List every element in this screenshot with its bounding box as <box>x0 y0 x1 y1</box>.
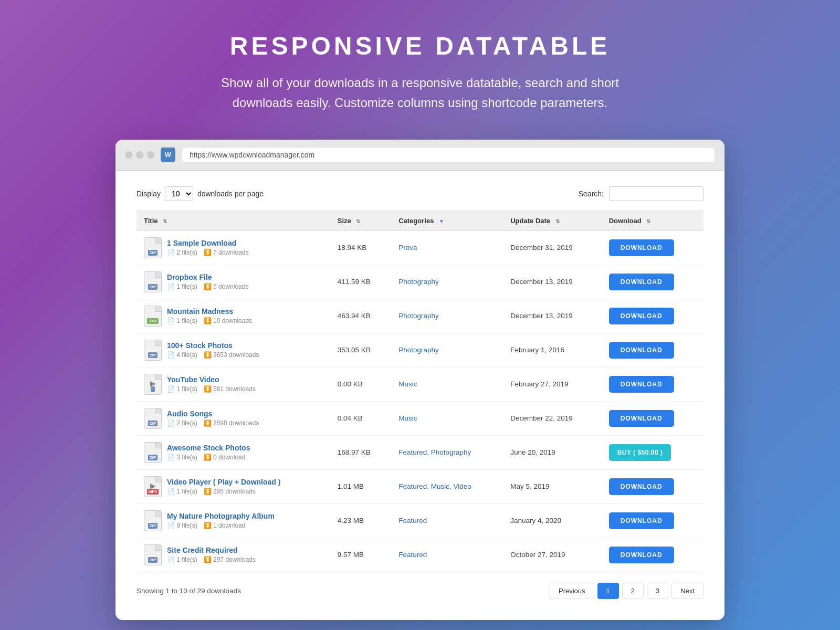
category-link[interactable]: Photography <box>398 312 439 320</box>
download-button[interactable]: DOWNLOAD <box>609 376 674 393</box>
file-icon: TXT <box>144 306 162 327</box>
download-button[interactable]: DOWNLOAD <box>609 512 674 529</box>
file-type-label: ZIP <box>148 284 158 290</box>
file-title-link[interactable]: My Nature Photography Album <box>167 512 275 520</box>
category-link[interactable]: Photography <box>431 448 471 456</box>
page-title: RESPONSIVE DATATABLE <box>230 32 610 60</box>
file-title-link[interactable]: Mountain Madness <box>167 307 252 316</box>
table-row: ZIP Audio Songs 📄 2 file(s) ⏬ 2598 downl… <box>136 401 704 435</box>
category-link[interactable]: Photography <box>398 278 439 286</box>
categories-cell: Featured, Photography <box>391 435 503 469</box>
file-meta: 📄 2 file(s) ⏬ 7 downloads <box>167 249 248 256</box>
file-title-link[interactable]: Site Credit Required <box>167 546 256 554</box>
prev-button[interactable]: Previous <box>550 583 594 599</box>
date-cell: January 4, 2020 <box>503 503 601 538</box>
download-count: ⏬ 2598 downloads <box>204 419 259 427</box>
categories-cell: Featured <box>391 503 503 538</box>
sort-size: ⇅ <box>356 218 360 224</box>
table-row: ▶MP4 Video Player ( Play + Download ) 📄 … <box>136 469 704 503</box>
date-cell: December 31, 2019 <box>503 230 601 265</box>
file-title-link[interactable]: YouTube Video <box>167 375 256 384</box>
size-cell: 353.05 KB <box>330 333 391 367</box>
file-type-label: ZIP <box>148 352 158 358</box>
category-link[interactable]: Prova <box>398 244 417 251</box>
title-cell: ▶ YouTube Video 📄 1 file(s) ⏬ 561 downlo… <box>136 367 330 401</box>
sort-date: ⇅ <box>555 218 560 224</box>
table-row: ZIP Site Credit Required 📄 1 file(s) ⏬ 2… <box>136 538 704 572</box>
next-button[interactable]: Next <box>671 583 704 599</box>
file-info: Dropbox File 📄 1 file(s) ⏬ 5 downloads <box>167 273 248 290</box>
search-control: Search: <box>579 186 704 201</box>
file-icon: ZIP <box>144 340 162 361</box>
file-icon: ZIP <box>144 237 162 258</box>
download-button[interactable]: DOWNLOAD <box>609 547 674 563</box>
category-link[interactable]: Featured <box>398 482 427 490</box>
file-meta: 📄 1 file(s) ⏬ 561 downloads <box>167 385 256 393</box>
file-type-label: ZIP <box>148 250 158 256</box>
title-cell: ZIP Dropbox File 📄 1 file(s) ⏬ 5 downloa… <box>136 265 330 299</box>
file-cell: ▶ YouTube Video 📄 1 file(s) ⏬ 561 downlo… <box>144 374 323 395</box>
file-title-link[interactable]: Audio Songs <box>167 410 259 418</box>
file-icon: ZIP <box>144 442 162 463</box>
file-cell: TXT Mountain Madness 📄 1 file(s) ⏬ 10 do… <box>144 306 323 327</box>
col-title[interactable]: Title ⇅ <box>136 211 330 230</box>
file-title-link[interactable]: Awesome Stock Photos <box>167 444 250 452</box>
col-date[interactable]: Update Date ⇅ <box>503 211 601 230</box>
col-size[interactable]: Size ⇅ <box>330 211 391 230</box>
file-icon: ▶ <box>144 374 162 395</box>
file-info: Mountain Madness 📄 1 file(s) ⏬ 10 downlo… <box>167 307 252 324</box>
category-link[interactable]: Featured <box>398 517 427 524</box>
file-meta: 📄 1 file(s) ⏬ 285 downloads <box>167 488 280 495</box>
download-count: ⏬ 285 downloads <box>204 488 256 495</box>
table-row: ZIP Dropbox File 📄 1 file(s) ⏬ 5 downloa… <box>136 265 704 299</box>
table-row: ZIP 1 Sample Download 📄 2 file(s) ⏬ 7 do… <box>136 230 704 265</box>
file-count: 📄 2 file(s) <box>167 249 197 256</box>
size-cell: 0.00 KB <box>330 367 391 401</box>
download-count: ⏬ 5 downloads <box>204 283 249 290</box>
download-button[interactable]: DOWNLOAD <box>609 239 674 256</box>
categories-cell: Featured <box>391 538 503 572</box>
col-categories[interactable]: Categories ▼ <box>391 211 503 230</box>
browser-content: Display 10 25 50 downloads per page Sear… <box>116 171 724 620</box>
col-download[interactable]: Download ⇅ <box>602 211 704 230</box>
sort-download: ⇅ <box>646 218 650 224</box>
file-cell: ZIP 100+ Stock Photos 📄 4 file(s) ⏬ 3653… <box>144 340 323 361</box>
category-link[interactable]: Music <box>431 482 449 490</box>
file-type-label: ZIP <box>148 523 158 529</box>
file-title-link[interactable]: Dropbox File <box>167 273 248 281</box>
category-link[interactable]: Music <box>398 414 417 422</box>
browser-bar: W https://www.wpdownloadmanager.com <box>116 140 724 171</box>
file-title-link[interactable]: 100+ Stock Photos <box>167 341 259 350</box>
file-info: 1 Sample Download 📄 2 file(s) ⏬ 7 downlo… <box>167 239 248 256</box>
file-meta: 📄 1 file(s) ⏬ 5 downloads <box>167 283 248 290</box>
category-link[interactable]: Photography <box>398 346 439 354</box>
table-row: TXT Mountain Madness 📄 1 file(s) ⏬ 10 do… <box>136 299 704 333</box>
file-meta: 📄 1 file(s) ⏬ 10 downloads <box>167 317 252 324</box>
file-type-label: ZIP <box>148 421 158 426</box>
page-1-button[interactable]: 1 <box>597 583 619 599</box>
download-button[interactable]: DOWNLOAD <box>609 478 674 495</box>
search-input[interactable] <box>609 186 704 201</box>
size-cell: 4.23 MB <box>330 503 391 538</box>
file-title-link[interactable]: 1 Sample Download <box>167 239 248 247</box>
buy-button[interactable]: BUY ( $50.00 ) <box>609 444 671 461</box>
category-link[interactable]: Music <box>398 380 417 388</box>
file-icon: ZIP <box>144 544 162 565</box>
action-cell: BUY ( $50.00 ) <box>602 435 704 469</box>
download-button[interactable]: DOWNLOAD <box>609 308 674 324</box>
category-link[interactable]: Featured <box>398 448 427 456</box>
per-page-select[interactable]: 10 25 50 <box>165 186 193 201</box>
file-info: YouTube Video 📄 1 file(s) ⏬ 561 download… <box>167 375 256 393</box>
download-button[interactable]: DOWNLOAD <box>609 410 674 427</box>
category-link[interactable]: Featured <box>398 551 427 559</box>
title-cell: TXT Mountain Madness 📄 1 file(s) ⏬ 10 do… <box>136 299 330 333</box>
action-cell: DOWNLOAD <box>602 333 704 367</box>
title-cell: ▶MP4 Video Player ( Play + Download ) 📄 … <box>136 469 330 503</box>
page-3-button[interactable]: 3 <box>647 583 668 599</box>
browser-dots <box>125 151 154 159</box>
page-2-button[interactable]: 2 <box>622 583 644 599</box>
download-button[interactable]: DOWNLOAD <box>609 342 674 359</box>
category-link[interactable]: Video <box>454 482 471 490</box>
file-title-link[interactable]: Video Player ( Play + Download ) <box>167 478 280 486</box>
download-button[interactable]: DOWNLOAD <box>609 274 674 290</box>
